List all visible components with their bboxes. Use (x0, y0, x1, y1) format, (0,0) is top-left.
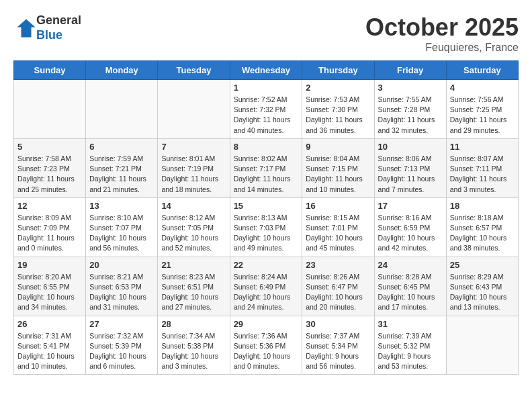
day-number: 23 (306, 260, 370, 270)
sunset-text: Sunset: 5:41 PM (17, 342, 70, 350)
sunset-text: Sunset: 6:53 PM (89, 283, 142, 291)
sunrise-text: Sunrise: 8:01 AM (161, 154, 215, 163)
sunrise-text: Sunrise: 8:16 AM (378, 214, 432, 222)
day-number: 31 (378, 319, 443, 329)
calendar-cell: 11Sunrise: 8:07 AMSunset: 7:11 PMDayligh… (446, 138, 518, 197)
day-info: Sunrise: 8:07 AMSunset: 7:11 PMDaylight:… (450, 154, 515, 195)
day-info: Sunrise: 7:34 AMSunset: 5:38 PMDaylight:… (161, 331, 226, 372)
daylight-text: Daylight: 11 hours and 18 minutes. (161, 175, 218, 193)
daylight-text: Daylight: 11 hours and 10 minutes. (306, 175, 363, 193)
sunset-text: Sunset: 5:32 PM (378, 342, 431, 350)
day-number: 7 (161, 142, 226, 152)
day-info: Sunrise: 8:06 AMSunset: 7:13 PMDaylight:… (378, 154, 443, 195)
day-info: Sunrise: 7:36 AMSunset: 5:36 PMDaylight:… (234, 331, 299, 372)
daylight-text: Daylight: 10 hours and 52 minutes. (161, 234, 218, 252)
sunset-text: Sunset: 7:11 PM (450, 165, 502, 173)
day-info: Sunrise: 8:23 AMSunset: 6:51 PMDaylight:… (161, 272, 226, 313)
day-number: 12 (17, 201, 82, 211)
daylight-text: Daylight: 11 hours and 29 minutes. (450, 116, 507, 134)
sunrise-text: Sunrise: 8:07 AM (450, 154, 504, 163)
day-info: Sunrise: 8:10 AMSunset: 7:07 PMDaylight:… (89, 213, 154, 254)
svg-marker-0 (17, 19, 36, 37)
day-info: Sunrise: 8:09 AMSunset: 7:09 PMDaylight:… (17, 213, 82, 254)
calendar-cell: 14Sunrise: 8:12 AMSunset: 7:05 PMDayligh… (158, 197, 230, 257)
daylight-text: Daylight: 10 hours and 6 minutes. (89, 352, 146, 370)
sunset-text: Sunset: 6:59 PM (378, 224, 431, 232)
sunset-text: Sunset: 6:47 PM (306, 283, 358, 291)
sunset-text: Sunset: 7:19 PM (161, 165, 214, 173)
calendar-cell: 9Sunrise: 8:04 AMSunset: 7:15 PMDaylight… (302, 138, 374, 197)
day-info: Sunrise: 7:55 AMSunset: 7:28 PMDaylight:… (378, 95, 443, 136)
day-info: Sunrise: 8:02 AMSunset: 7:17 PMDaylight:… (234, 154, 299, 195)
sunset-text: Sunset: 7:03 PM (234, 224, 286, 232)
day-number: 10 (378, 142, 443, 152)
sunrise-text: Sunrise: 7:31 AM (17, 332, 71, 340)
calendar-cell: 2Sunrise: 7:53 AMSunset: 7:30 PMDaylight… (302, 80, 374, 139)
sunset-text: Sunset: 7:15 PM (306, 165, 358, 173)
title-area: October 2025 Feuquieres, France (365, 13, 519, 54)
day-number: 20 (89, 260, 154, 270)
sunset-text: Sunset: 7:09 PM (17, 224, 70, 232)
day-number: 13 (89, 201, 154, 211)
calendar-cell: 8Sunrise: 8:02 AMSunset: 7:17 PMDaylight… (230, 138, 302, 197)
day-number: 19 (17, 260, 82, 270)
day-info: Sunrise: 7:31 AMSunset: 5:41 PMDaylight:… (17, 331, 82, 372)
sunset-text: Sunset: 7:25 PM (450, 105, 502, 113)
sunset-text: Sunset: 7:05 PM (161, 224, 214, 232)
sunrise-text: Sunrise: 7:34 AM (161, 332, 215, 340)
day-number: 27 (89, 319, 154, 329)
calendar-cell: 17Sunrise: 8:16 AMSunset: 6:59 PMDayligh… (374, 197, 446, 257)
weekday-header-row: SundayMondayTuesdayWednesdayThursdayFrid… (14, 61, 519, 80)
calendar-cell: 7Sunrise: 8:01 AMSunset: 7:19 PMDaylight… (158, 138, 230, 197)
sunrise-text: Sunrise: 7:58 AM (17, 154, 71, 163)
daylight-text: Daylight: 10 hours and 38 minutes. (450, 234, 507, 252)
day-info: Sunrise: 8:15 AMSunset: 7:01 PMDaylight:… (306, 213, 370, 254)
calendar-cell: 19Sunrise: 8:20 AMSunset: 6:55 PMDayligh… (14, 257, 86, 316)
daylight-text: Daylight: 10 hours and 56 minutes. (89, 234, 146, 252)
calendar-cell: 4Sunrise: 7:56 AMSunset: 7:25 PMDaylight… (446, 80, 518, 139)
day-info: Sunrise: 8:18 AMSunset: 6:57 PMDaylight:… (450, 213, 515, 254)
sunset-text: Sunset: 7:30 PM (306, 105, 358, 113)
daylight-text: Daylight: 10 hours and 10 minutes. (17, 352, 75, 370)
calendar-cell: 6Sunrise: 7:59 AMSunset: 7:21 PMDaylight… (86, 138, 158, 197)
sunset-text: Sunset: 7:23 PM (17, 165, 70, 173)
calendar-cell: 20Sunrise: 8:21 AMSunset: 6:53 PMDayligh… (86, 257, 158, 316)
day-info: Sunrise: 7:37 AMSunset: 5:34 PMDaylight:… (306, 331, 370, 372)
day-info: Sunrise: 8:12 AMSunset: 7:05 PMDaylight:… (161, 213, 226, 254)
daylight-text: Daylight: 11 hours and 32 minutes. (378, 116, 435, 134)
day-info: Sunrise: 8:28 AMSunset: 6:45 PMDaylight:… (378, 272, 443, 313)
calendar-cell: 16Sunrise: 8:15 AMSunset: 7:01 PMDayligh… (302, 197, 374, 257)
day-number: 25 (450, 260, 515, 270)
sunrise-text: Sunrise: 7:53 AM (306, 95, 359, 103)
weekday-header: Thursday (302, 61, 374, 80)
logo-icon (16, 18, 36, 38)
day-info: Sunrise: 8:29 AMSunset: 6:43 PMDaylight:… (450, 272, 515, 313)
sunrise-text: Sunrise: 8:21 AM (89, 273, 143, 281)
day-number: 14 (161, 201, 226, 211)
day-number: 26 (17, 319, 82, 329)
sunrise-text: Sunrise: 8:20 AM (17, 273, 71, 281)
sunrise-text: Sunrise: 8:15 AM (306, 214, 359, 222)
day-number: 8 (234, 142, 299, 152)
calendar-cell: 29Sunrise: 7:36 AMSunset: 5:36 PMDayligh… (230, 316, 302, 375)
calendar-cell: 1Sunrise: 7:52 AMSunset: 7:32 PMDaylight… (230, 80, 302, 139)
day-number: 17 (378, 201, 443, 211)
sunrise-text: Sunrise: 7:37 AM (306, 332, 359, 340)
daylight-text: Daylight: 11 hours and 0 minutes. (17, 234, 75, 252)
sunset-text: Sunset: 5:34 PM (306, 342, 358, 350)
sunset-text: Sunset: 5:38 PM (161, 342, 214, 350)
daylight-text: Daylight: 11 hours and 14 minutes. (234, 175, 291, 193)
daylight-text: Daylight: 11 hours and 3 minutes. (450, 175, 507, 193)
sunset-text: Sunset: 6:55 PM (17, 283, 70, 291)
calendar-cell: 31Sunrise: 7:39 AMSunset: 5:32 PMDayligh… (374, 316, 446, 375)
daylight-text: Daylight: 10 hours and 34 minutes. (17, 293, 75, 311)
day-number: 15 (234, 201, 299, 211)
calendar-cell: 22Sunrise: 8:24 AMSunset: 6:49 PMDayligh… (230, 257, 302, 316)
daylight-text: Daylight: 10 hours and 27 minutes. (161, 293, 218, 311)
day-number: 29 (234, 319, 299, 329)
day-number: 4 (450, 83, 515, 93)
weekday-header: Tuesday (158, 61, 230, 80)
day-info: Sunrise: 7:59 AMSunset: 7:21 PMDaylight:… (89, 154, 154, 195)
day-number: 2 (306, 83, 370, 93)
calendar-cell: 18Sunrise: 8:18 AMSunset: 6:57 PMDayligh… (446, 197, 518, 257)
